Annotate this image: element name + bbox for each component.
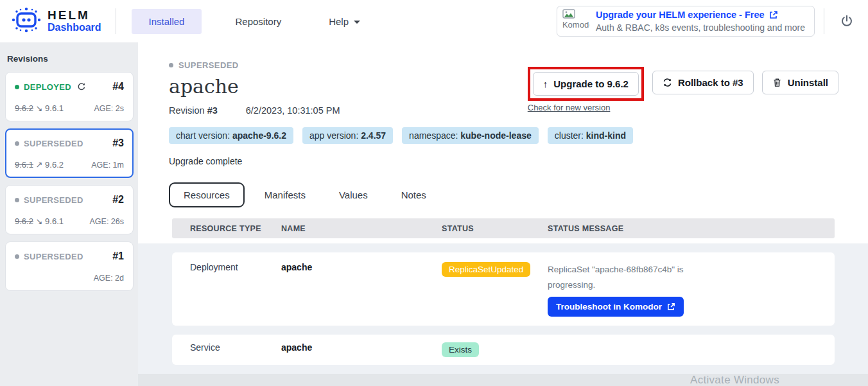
revision-number: #4	[112, 81, 124, 92]
help-label: Help	[329, 16, 349, 27]
resource-type-cell: Service	[172, 342, 281, 353]
cluster-badge: cluster: kind-kind	[548, 127, 633, 144]
helm-logo-icon	[12, 6, 41, 36]
revision-age: AGE: 2d	[94, 274, 124, 283]
upgrade-button[interactable]: ↑ Upgrade to 9.6.2	[533, 72, 639, 96]
status-message-text: ReplicaSet "apache-68fb867c4b" is progre…	[548, 262, 695, 293]
power-icon	[840, 14, 854, 28]
tab-notes[interactable]: Notes	[388, 184, 440, 206]
chart-version-badge: chart version: apache-9.6.2	[169, 127, 293, 144]
status-dot-icon	[15, 85, 19, 89]
komodor-alt-text: Komodor	[562, 20, 589, 30]
table-header-row: RESOURCE TYPE NAME STATUS STATUS MESSAGE	[172, 218, 835, 238]
rollback-button-label: Rollback to #3	[678, 77, 743, 88]
rollback-icon	[663, 78, 672, 87]
revision-number: #2	[112, 194, 124, 206]
col-header-name: NAME	[281, 224, 442, 233]
activate-windows-watermark: Activate Windows	[690, 374, 779, 386]
banner-text: Upgrade your HELM experience - Free Auth…	[596, 8, 805, 34]
revision-date: 6/2/2023, 10:31:05 PM	[246, 105, 340, 116]
trash-icon	[772, 78, 782, 87]
external-link-icon	[667, 303, 675, 311]
troubleshoot-label: Troubleshoot in Komodor	[556, 302, 662, 311]
revision-age: AGE: 1m	[91, 161, 124, 170]
rollback-button[interactable]: Rollback to #3	[652, 71, 754, 94]
revision-status: SUPERSEDED	[15, 252, 83, 261]
version-arrow-icon: ↗	[36, 160, 43, 170]
col-header-status: STATUS	[442, 224, 548, 233]
helm-dashboard-app: HELM Dashboard Installed Repository Help	[0, 0, 868, 386]
tab-resources[interactable]: Resources	[169, 182, 245, 207]
troubleshoot-button[interactable]: Troubleshoot in Komodor	[548, 297, 684, 317]
revision-status: SUPERSEDED	[15, 195, 83, 205]
nav-items: Installed Repository Help	[132, 9, 374, 34]
revisions-sidebar: Revisions DEPLOYED #4	[0, 42, 138, 386]
uninstall-button-label: Uninstall	[788, 77, 828, 88]
resource-name-cell: apache	[281, 262, 442, 272]
revision-status: DEPLOYED	[15, 82, 86, 92]
status-dot-icon	[15, 198, 19, 202]
nav-tab-installed[interactable]: Installed	[132, 9, 202, 34]
revision-card-1[interactable]: SUPERSEDED #1 AGE: 2d	[5, 241, 134, 291]
resource-status-cell: Exists	[442, 342, 548, 357]
release-description: Upgrade complete	[169, 156, 837, 166]
revision-label: Revision #3	[169, 105, 218, 116]
red-highlight-box: ↑ Upgrade to 9.6.2	[528, 67, 644, 101]
external-link-icon	[769, 10, 778, 19]
revision-number: #1	[112, 250, 124, 262]
revision-status: SUPERSEDED	[15, 139, 83, 148]
komodor-upgrade-banner[interactable]: Komodor Upgrade your HELM experience - F…	[557, 6, 815, 37]
revision-card-2[interactable]: SUPERSEDED #2 9.6.2 ↘ 9.6.1 AGE: 26s	[5, 185, 134, 234]
upgrade-button-label: Upgrade to 9.6.2	[553, 78, 629, 89]
resource-status-cell: ReplicaSetUpdated	[442, 262, 548, 277]
logo-text: HELM Dashboard	[48, 9, 101, 33]
status-message-cell: ReplicaSet "apache-68fb867c4b" is progre…	[548, 262, 835, 317]
release-actions: ↑ Upgrade to 9.6.2 Check for new version…	[528, 67, 838, 112]
nav-tab-repository[interactable]: Repository	[221, 9, 295, 34]
tab-values[interactable]: Values	[326, 184, 381, 206]
bottom-strip: Activate Windows	[138, 374, 868, 386]
status-badge: ReplicaSetUpdated	[442, 262, 530, 277]
col-header-resource-type: RESOURCE TYPE	[172, 224, 281, 233]
table-rows-area: Deployment apache ReplicaSetUpdated Repl…	[138, 243, 868, 374]
revision-card-4[interactable]: DEPLOYED #4 9.6.2 ↘ 9.6.	[5, 72, 134, 121]
logo-title: HELM	[48, 9, 101, 22]
broken-image-icon	[562, 9, 575, 20]
nav-tab-help[interactable]: Help	[315, 9, 374, 34]
table-row: Deployment apache ReplicaSetUpdated Repl…	[172, 252, 835, 326]
version-arrow-icon: ↘	[36, 103, 43, 113]
banner-title[interactable]: Upgrade your HELM experience - Free	[596, 8, 805, 21]
resource-name-cell: apache	[281, 342, 442, 353]
logo-subtitle: Dashboard	[48, 22, 101, 33]
revision-card-3[interactable]: SUPERSEDED #3 9.6.1 ↗ 9.6.2 AGE: 1m	[5, 128, 134, 178]
version-change: 9.6.2 ↘ 9.6.1	[15, 216, 64, 226]
up-arrow-icon: ↑	[543, 78, 548, 89]
meta-badges: chart version: apache-9.6.2 app version:…	[169, 127, 837, 144]
resource-type-cell: Deployment	[172, 262, 281, 272]
release-detail-panel: ↑ Upgrade to 9.6.2 Check for new version…	[138, 42, 868, 386]
helm-dashboard-logo[interactable]: HELM Dashboard	[12, 6, 101, 36]
status-dot-icon	[15, 141, 19, 146]
namespace-badge: namespace: kube-node-lease	[402, 127, 539, 144]
power-button[interactable]	[840, 14, 854, 28]
komodor-broken-image: Komodor	[562, 9, 589, 33]
sidebar-title: Revisions	[7, 54, 134, 64]
revision-number: #3	[112, 137, 124, 149]
check-new-version-link[interactable]: Check for new version	[528, 103, 644, 112]
banner-subtitle: Auth & RBAC, k8s events, troubleshooting…	[596, 21, 805, 34]
reload-icon[interactable]	[77, 82, 86, 91]
banner-title-text: Upgrade your HELM experience - Free	[596, 8, 765, 21]
tab-manifests[interactable]: Manifests	[251, 184, 319, 206]
navbar-divider-2	[824, 8, 824, 34]
col-header-status-message: STATUS MESSAGE	[548, 224, 835, 233]
chevron-down-icon	[354, 21, 360, 24]
app-version-badge: app version: 2.4.57	[302, 127, 393, 144]
version-change: 9.6.1 ↗ 9.6.2	[15, 160, 64, 170]
uninstall-button[interactable]: Uninstall	[762, 71, 838, 94]
version-arrow-icon: ↘	[36, 216, 43, 226]
top-navbar: HELM Dashboard Installed Repository Help	[0, 0, 868, 42]
resources-table: RESOURCE TYPE NAME STATUS STATUS MESSAGE…	[138, 218, 868, 374]
status-badge: Exists	[442, 342, 479, 357]
navbar-divider	[116, 8, 116, 34]
version-change: 9.6.2 ↘ 9.6.1	[15, 103, 64, 113]
